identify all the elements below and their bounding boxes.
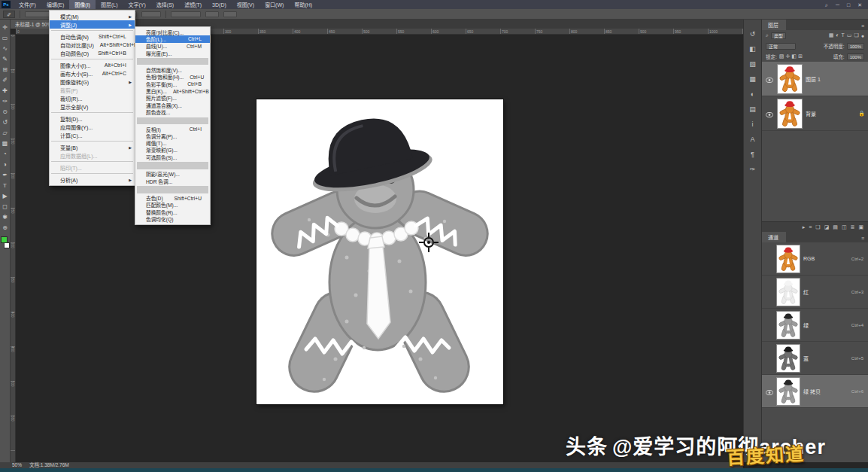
foreground-color-swatch[interactable]: [1, 236, 8, 243]
menu-row[interactable]: 阈值(T)... ▶: [135, 139, 210, 146]
panel-menu-icon[interactable]: ≡: [857, 23, 868, 30]
lock-option-icon[interactable]: ✛: [785, 53, 790, 59]
menu-row[interactable]: 调整(J) ▶: [50, 20, 135, 29]
menu-row[interactable]: 分析(A) ▶: [50, 175, 135, 184]
close-button[interactable]: ✕: [857, 2, 862, 8]
tool-button[interactable]: ⊕: [1, 223, 10, 233]
menu-row[interactable]: 渐变映射(G)... ▶: [135, 147, 210, 154]
menu-row[interactable]: 照片滤镜(F)... ▶: [135, 95, 210, 102]
menubar-item[interactable]: 滤镜(T): [179, 0, 207, 9]
menu-row[interactable]: ▶: [51, 112, 133, 113]
menubar-item[interactable]: 图像(I): [69, 0, 96, 9]
menu-row[interactable]: ▶: [51, 173, 133, 174]
channel-thumbnail[interactable]: [776, 278, 800, 306]
menu-row[interactable]: 替换颜色(R)... ▶: [135, 209, 210, 215]
dock-panel-icon[interactable]: ↺: [747, 29, 759, 39]
search-icon[interactable]: ⌕: [825, 2, 828, 8]
dock-row-icon[interactable]: ▣: [858, 224, 863, 230]
layer-thumbnail[interactable]: [777, 64, 803, 94]
lock-option-icon[interactable]: ▨: [779, 53, 785, 59]
dock-row-icon[interactable]: ◫: [842, 224, 847, 230]
dock-row-icon[interactable]: ▤: [833, 224, 838, 230]
layer-filter-icon[interactable]: ❏: [854, 32, 858, 38]
tool-button[interactable]: ✐: [1, 75, 10, 86]
menubar-item[interactable]: 文字(Y): [123, 0, 150, 9]
menu-row[interactable]: ▶: [51, 59, 133, 59]
menu-row[interactable]: 匹配颜色(M)... ▶: [135, 202, 210, 209]
menu-row[interactable]: 去色(D) Shift+Ctrl+U ▶: [135, 195, 210, 202]
dock-row-icon[interactable]: ≡: [809, 224, 812, 230]
channel-row[interactable]: 绿 拷贝 Ctrl+6: [762, 375, 868, 408]
layer-row[interactable]: 背景 🔒: [762, 96, 868, 131]
menu-row[interactable]: 复制(D)... ▶: [50, 114, 135, 123]
filter-toggle-icon[interactable]: ●: [861, 33, 864, 38]
menu-row[interactable]: 计算(C)... ▶: [50, 131, 135, 139]
dock-panel-icon[interactable]: ◧: [747, 44, 759, 54]
dock-panel-icon[interactable]: A: [747, 134, 759, 145]
menu-row[interactable]: 曝光度(E)... ▶: [135, 50, 210, 56]
menu-row[interactable]: 曲线(U)... Ctrl+M ▶: [135, 43, 210, 50]
tool-button[interactable]: ✚: [1, 86, 10, 96]
channel-thumbnail[interactable]: [776, 377, 800, 406]
menu-row[interactable]: ▶: [137, 162, 208, 169]
menu-row[interactable]: 陷印(T)... ▶: [50, 163, 135, 172]
channel-thumbnail[interactable]: [776, 344, 800, 373]
visibility-eye-icon[interactable]: [765, 107, 774, 120]
background-color-swatch[interactable]: [4, 242, 10, 248]
menu-row[interactable]: ▶: [137, 186, 208, 193]
opacity-value[interactable]: 100%: [847, 43, 864, 50]
channel-thumbnail[interactable]: [776, 245, 800, 273]
dock-panel-icon[interactable]: ▧: [747, 59, 759, 69]
tool-button[interactable]: ▱: [1, 128, 10, 139]
tool-button[interactable]: ∿: [1, 44, 10, 54]
channel-row[interactable]: RGB Ctrl+2: [762, 242, 868, 276]
menubar-item[interactable]: 视图(V): [232, 0, 259, 9]
layer-thumbnail[interactable]: [777, 99, 803, 129]
menu-row[interactable]: ▶: [137, 117, 208, 124]
layer-filter-icon[interactable]: ▦: [829, 32, 834, 38]
channel-row[interactable]: 蓝 Ctrl+5: [762, 342, 868, 375]
menu-row[interactable]: 图像旋转(G) ▶: [50, 78, 135, 86]
tool-button[interactable]: ✎: [1, 54, 10, 65]
dock-panel-icon[interactable]: ▦: [747, 74, 759, 84]
menubar-item[interactable]: 选择(S): [151, 0, 179, 9]
channels-panel-tab[interactable]: 通道: [762, 232, 786, 242]
layer-row[interactable]: 图层 1: [762, 62, 868, 96]
menu-row[interactable]: 自动颜色(O) Shift+Ctrl+B ▶: [50, 49, 135, 57]
dock-row-icon[interactable]: ◪: [824, 224, 830, 230]
menu-row[interactable]: ▶: [51, 161, 133, 162]
channel-thumbnail[interactable]: [776, 311, 800, 340]
menubar-item[interactable]: 编辑(E): [41, 0, 69, 9]
menu-row[interactable]: 反相(I) Ctrl+I ▶: [135, 126, 210, 132]
tool-button[interactable]: ✛: [1, 23, 10, 33]
menu-row[interactable]: ▶: [137, 58, 208, 65]
tool-button[interactable]: ◔: [1, 149, 10, 160]
tool-button[interactable]: ✒: [1, 170, 10, 181]
menu-row[interactable]: 色阶(L)... Ctrl+L ▶: [135, 35, 210, 42]
options-toggle[interactable]: [141, 11, 161, 17]
menu-row[interactable]: 显示全部(V) ▶: [50, 102, 135, 111]
menubar-item[interactable]: 窗口(W): [259, 0, 289, 9]
dock-row-icon[interactable]: ≣: [851, 224, 855, 230]
visibility-eye-icon[interactable]: [766, 390, 773, 395]
tool-button[interactable]: T: [1, 181, 10, 191]
menu-row[interactable]: 变量(B) ▶: [50, 143, 135, 151]
menubar-item[interactable]: 文件(F): [14, 0, 41, 9]
menu-row[interactable]: ▶: [51, 141, 133, 142]
menu-row[interactable]: 模式(M) ▶: [50, 12, 135, 20]
tool-button[interactable]: ⊙: [1, 107, 10, 117]
zoom-level[interactable]: 50%: [12, 462, 22, 468]
menubar-item[interactable]: 3D(D): [207, 0, 232, 9]
document-canvas[interactable]: [256, 99, 503, 404]
menu-row[interactable]: 色相/饱和度(H)... Ctrl+U ▶: [135, 74, 210, 81]
menu-row[interactable]: 自动色调(N) Shift+Ctrl+L ▶: [50, 32, 135, 41]
options-control[interactable]: [223, 11, 237, 17]
tool-button[interactable]: ▶: [1, 191, 10, 202]
dock-panel-icon[interactable]: ▤: [747, 104, 759, 114]
menu-row[interactable]: 亮度/对比度(C)... ▶: [135, 29, 210, 35]
panel-menu-icon[interactable]: ≡: [857, 236, 868, 242]
lock-option-icon[interactable]: ◧: [791, 53, 797, 59]
tool-button[interactable]: ⊞: [1, 65, 10, 75]
menu-row[interactable]: 通道混合器(X)... ▶: [135, 102, 210, 108]
layer-filter-icon[interactable]: ◐: [836, 32, 839, 38]
